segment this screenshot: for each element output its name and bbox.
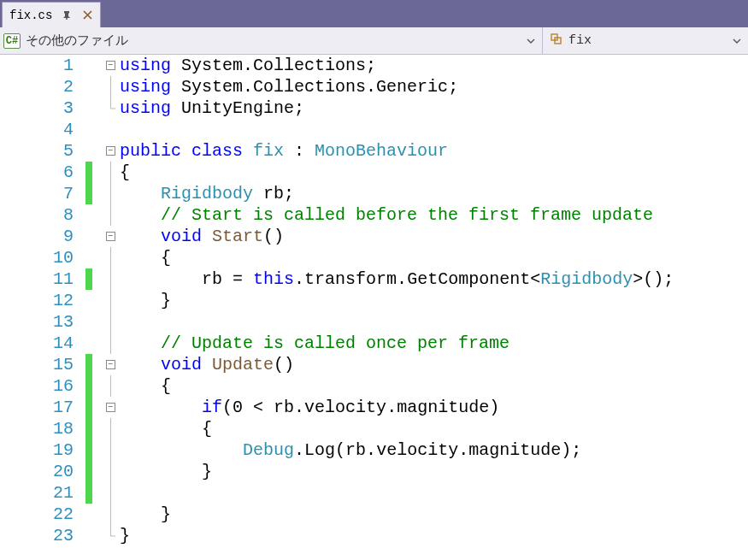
fold-cell bbox=[103, 268, 118, 290]
fold-cell bbox=[103, 290, 118, 311]
change-marker bbox=[85, 290, 103, 311]
nav-scope-dropdown[interactable]: C# その他のファイル bbox=[0, 27, 543, 54]
tab-strip: fix.cs bbox=[0, 0, 748, 27]
fold-toggle-icon[interactable]: − bbox=[106, 146, 115, 156]
fold-cell[interactable]: − bbox=[103, 55, 118, 76]
code-line[interactable]: { bbox=[120, 375, 748, 397]
change-marker bbox=[85, 55, 103, 76]
change-marker bbox=[85, 119, 103, 140]
code-line[interactable]: using System.Collections; bbox=[120, 55, 748, 76]
code-line[interactable]: Debug.Log(rb.velocity.magnitude); bbox=[120, 439, 748, 461]
file-tab[interactable]: fix.cs bbox=[2, 2, 101, 27]
code-line[interactable]: using UnityEngine; bbox=[120, 97, 748, 119]
code-line[interactable]: rb = this.transform.GetComponent<Rigidbo… bbox=[120, 268, 748, 290]
line-number: 13 bbox=[0, 311, 74, 333]
fold-cell bbox=[103, 525, 118, 546]
change-marker bbox=[85, 183, 103, 204]
line-number: 19 bbox=[0, 439, 74, 461]
code-line[interactable]: public class fix : MonoBehaviour bbox=[120, 140, 748, 162]
change-marker bbox=[85, 140, 103, 162]
chevron-down-icon bbox=[525, 37, 537, 45]
fold-cell bbox=[103, 204, 118, 226]
change-marker bbox=[85, 247, 103, 268]
nav-scope-label: その他のファイル bbox=[26, 32, 128, 49]
code-line[interactable]: void Start() bbox=[120, 226, 748, 247]
fold-toggle-icon[interactable]: − bbox=[106, 61, 115, 70]
code-line[interactable]: } bbox=[120, 461, 748, 482]
code-line[interactable] bbox=[120, 311, 748, 333]
code-line[interactable]: if(0 < rb.velocity.magnitude) bbox=[120, 397, 748, 418]
change-marker bbox=[85, 311, 103, 333]
nav-member-dropdown[interactable]: fix bbox=[543, 27, 748, 54]
change-marker bbox=[85, 397, 103, 418]
change-bar-gutter bbox=[85, 55, 103, 560]
fold-cell bbox=[103, 76, 118, 97]
close-icon[interactable] bbox=[81, 9, 93, 21]
fold-cell bbox=[103, 333, 118, 354]
fold-cell bbox=[103, 183, 118, 204]
fold-cell bbox=[103, 439, 118, 461]
navigator-bar: C# その他のファイル fix bbox=[0, 27, 748, 55]
csharp-icon: C# bbox=[3, 33, 21, 49]
line-number: 5 bbox=[0, 140, 74, 162]
fold-cell bbox=[103, 504, 118, 525]
line-number: 17 bbox=[0, 397, 74, 418]
line-number: 15 bbox=[0, 354, 74, 375]
line-number: 9 bbox=[0, 226, 74, 247]
line-number: 10 bbox=[0, 247, 74, 268]
line-number: 12 bbox=[0, 290, 74, 311]
fold-cell bbox=[103, 247, 118, 268]
line-number: 3 bbox=[0, 97, 74, 119]
code-line[interactable]: } bbox=[120, 504, 748, 525]
chevron-down-icon bbox=[731, 37, 743, 45]
change-marker bbox=[85, 204, 103, 226]
change-marker bbox=[85, 418, 103, 439]
change-marker bbox=[85, 375, 103, 397]
code-area[interactable]: using System.Collections;using System.Co… bbox=[118, 55, 748, 560]
line-number: 6 bbox=[0, 162, 74, 183]
code-line[interactable]: } bbox=[120, 290, 748, 311]
fold-cell[interactable]: − bbox=[103, 397, 118, 418]
change-marker bbox=[85, 97, 103, 119]
code-line[interactable]: { bbox=[120, 247, 748, 268]
fold-cell[interactable]: − bbox=[103, 354, 118, 375]
code-line[interactable]: // Update is called once per frame bbox=[120, 333, 748, 354]
code-line[interactable]: Rigidbody rb; bbox=[120, 183, 748, 204]
line-number: 21 bbox=[0, 482, 74, 504]
change-marker bbox=[85, 268, 103, 290]
code-editor[interactable]: 1234567891011121314151617181920212223 −−… bbox=[0, 55, 748, 560]
fold-cell bbox=[103, 97, 118, 119]
code-line[interactable]: } bbox=[120, 525, 748, 546]
change-marker bbox=[85, 354, 103, 375]
fold-cell[interactable]: − bbox=[103, 226, 118, 247]
line-number: 8 bbox=[0, 204, 74, 226]
pin-icon[interactable] bbox=[61, 9, 73, 21]
fold-cell[interactable]: − bbox=[103, 140, 118, 162]
code-line[interactable] bbox=[120, 482, 748, 504]
line-number: 7 bbox=[0, 183, 74, 204]
line-number: 18 bbox=[0, 418, 74, 439]
code-line[interactable]: // Start is called before the first fram… bbox=[120, 204, 748, 226]
fold-cell bbox=[103, 418, 118, 439]
code-line[interactable] bbox=[120, 119, 748, 140]
line-number: 1 bbox=[0, 55, 74, 76]
change-marker bbox=[85, 439, 103, 461]
fold-cell bbox=[103, 119, 118, 140]
code-line[interactable]: { bbox=[120, 162, 748, 183]
fold-toggle-icon[interactable]: − bbox=[106, 403, 115, 412]
change-marker bbox=[85, 461, 103, 482]
fold-toggle-icon[interactable]: − bbox=[106, 232, 115, 241]
fold-toggle-icon[interactable]: − bbox=[106, 360, 115, 369]
change-marker bbox=[85, 226, 103, 247]
code-line[interactable]: void Update() bbox=[120, 354, 748, 375]
line-number: 22 bbox=[0, 504, 74, 525]
nav-member-label: fix bbox=[568, 33, 592, 48]
fold-cell bbox=[103, 461, 118, 482]
line-number: 2 bbox=[0, 76, 74, 97]
change-marker bbox=[85, 525, 103, 546]
code-line[interactable]: using System.Collections.Generic; bbox=[120, 76, 748, 97]
code-line[interactable]: { bbox=[120, 418, 748, 439]
line-number: 20 bbox=[0, 461, 74, 482]
fold-cell bbox=[103, 482, 118, 504]
fold-cell bbox=[103, 311, 118, 333]
